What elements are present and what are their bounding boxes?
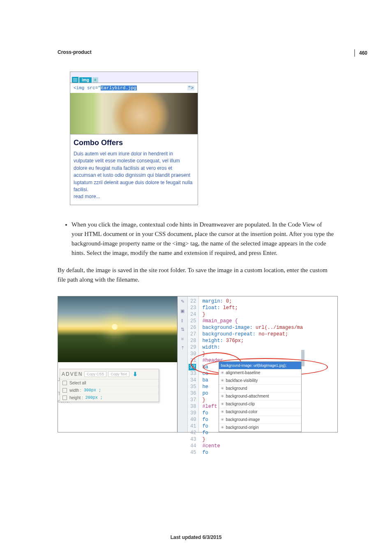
hint-item[interactable]: ✳background-origin <box>219 424 301 432</box>
section-heading: Cross-product <box>58 49 334 55</box>
select-all-option[interactable]: Select all <box>60 379 159 387</box>
gutter-icon[interactable]: ⇅ <box>181 327 184 332</box>
code-column[interactable]: margin: 0; float: left;}#main_page { bac… <box>199 296 304 432</box>
hint-item[interactable]: ✳background-attachment <box>219 393 301 400</box>
code-gutter: ✎ ▣ ⫿ ⇅ ≡ ⇡ <box>178 296 188 432</box>
sunset-image <box>58 296 177 362</box>
figure1-body: Duis autem vel eum iriure dolor in hendr… <box>70 148 198 205</box>
code-line: background-repeat: no-repeat; <box>202 331 303 338</box>
insert-arrow-icon[interactable]: ⬇ <box>133 371 138 377</box>
code-line: margin: 0; <box>202 298 303 305</box>
width-option[interactable]: width : 300px ; <box>60 387 159 394</box>
last-updated-footer: Last updated 6/3/2015 <box>0 534 392 540</box>
page: 460 Cross-product img + <img src="Earlyb… <box>0 0 392 555</box>
code-suffix: "> <box>187 86 194 90</box>
code-line: float: left; <box>202 305 303 311</box>
checkbox-icon[interactable] <box>62 395 67 400</box>
code-line: #cente <box>202 443 303 449</box>
hint-item[interactable]: ✳alignment-baseline <box>219 369 301 377</box>
tab-img[interactable]: img <box>79 77 92 83</box>
hint-item[interactable]: ✳backface-visibility <box>219 377 301 385</box>
code-pane: 2223242526272829303132333435363738394041… <box>188 296 337 432</box>
code-line: background-image: url(../images/ma <box>202 324 303 331</box>
hint-item[interactable]: ✳background <box>219 385 301 393</box>
copy-text-button[interactable]: Copy Text <box>108 371 129 377</box>
figure1-code-line: <img src="Earlybird.jpg "> <box>70 83 198 93</box>
code-line: fo <box>202 449 303 456</box>
gutter-icon[interactable]: ⫿ <box>181 318 184 323</box>
code-line: #main_page { <box>202 318 303 324</box>
figure1-read-more[interactable]: read more... <box>74 194 100 199</box>
hamburger-icon[interactable] <box>72 77 78 83</box>
gutter-icon[interactable]: ⇡ <box>181 345 184 351</box>
hint-item[interactable]: ✳background-image <box>219 416 301 424</box>
copy-css-button[interactable]: Copy CSS <box>84 371 106 377</box>
height-option[interactable]: height : 200px ; <box>60 394 159 402</box>
checkbox-icon[interactable] <box>62 388 67 393</box>
figure1-body-text: Duis autem vel eum iriure dolor in hendr… <box>74 151 193 192</box>
bullet-list: When you click the image, contextual cod… <box>58 220 334 258</box>
figure-combo-offers: img + <img src="Earlybird.jpg "> Combo O… <box>70 72 198 205</box>
code-line: height: 376px; <box>202 338 303 344</box>
extract-brand: ADVEN <box>62 371 83 377</box>
tab-add[interactable]: + <box>92 77 98 83</box>
hint-item[interactable]: ✳background-color <box>219 408 301 416</box>
gutter-icon[interactable]: ▣ <box>180 308 184 314</box>
gutter-icon[interactable]: ≡ <box>181 336 184 341</box>
figure1-tabbar: img + <box>70 72 198 83</box>
figure1-image <box>70 93 198 134</box>
code-selected-filename: Earlybird.jpg <box>101 86 137 90</box>
checkbox-icon[interactable] <box>62 381 67 385</box>
code-line: } <box>202 311 303 318</box>
figure1-heading: Combo Offers <box>70 134 198 148</box>
hint-header: background-image: url(blogImage1.jpg); <box>219 362 301 369</box>
hint-item[interactable]: ✳background-clip <box>219 400 301 408</box>
code-line: width: <box>202 344 303 351</box>
figure-code-hints: January These a deliver ADVEN Copy CSS C… <box>58 296 338 432</box>
code-line: } <box>202 436 303 443</box>
bullet-item: When you click the image, contextual cod… <box>71 220 334 258</box>
figure2-left-panel: January These a deliver ADVEN Copy CSS C… <box>58 296 178 432</box>
code-hint-popup[interactable]: background-image: url(blogImage1.jpg); ✳… <box>219 361 302 432</box>
extract-panel: ADVEN Copy CSS Copy Text ⬇ Select all wi… <box>60 369 159 402</box>
code-prefix: <img src=" <box>74 86 101 90</box>
gutter-icon[interactable]: ✎ <box>181 299 184 304</box>
page-number: 460 <box>354 49 367 57</box>
paragraph: By default, the image is saved in the si… <box>58 266 334 285</box>
